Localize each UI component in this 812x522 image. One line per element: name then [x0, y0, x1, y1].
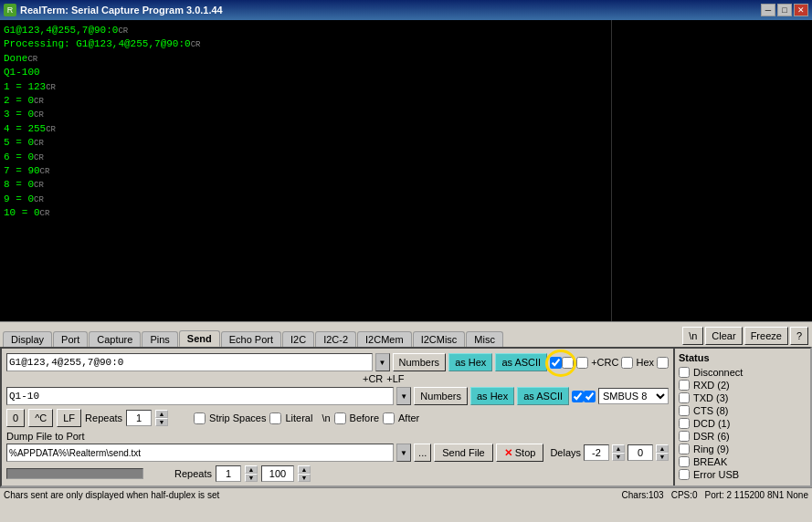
repeats2-up[interactable]: ▲: [245, 465, 258, 474]
tab-pins[interactable]: Pins: [142, 331, 177, 347]
cts-label: CTS (8): [693, 405, 729, 416]
smbus-select[interactable]: SMBUS 8 SMBUS 16: [598, 388, 669, 404]
delays2-down[interactable]: ▼: [656, 453, 669, 461]
dump-dropdown[interactable]: ▼: [396, 444, 411, 462]
terminal-line: 4 = 255CR: [4, 122, 607, 136]
lf-button[interactable]: LF: [57, 409, 81, 427]
tab-misc[interactable]: Misc: [466, 331, 503, 347]
tab-port[interactable]: Port: [53, 331, 88, 347]
status-text: Chars sent are only displayed when half-…: [4, 490, 622, 500]
dsr-check[interactable]: [679, 431, 690, 442]
repeats3-input[interactable]: [261, 465, 294, 482]
stop-label: Stop: [515, 447, 536, 458]
delays2-up[interactable]: ▲: [656, 444, 669, 453]
browse-button[interactable]: ...: [414, 444, 431, 462]
status-disconnect: Disconnect: [679, 367, 807, 378]
send-dropdown-2[interactable]: ▼: [396, 387, 411, 405]
delays-input-1[interactable]: [584, 444, 609, 461]
help-button[interactable]: ?: [790, 327, 808, 345]
minimize-button[interactable]: ─: [761, 4, 775, 16]
newline-button[interactable]: \n: [682, 327, 703, 345]
stop-x-icon: ✕: [504, 447, 512, 459]
terminal-line: 5 = 0CR: [4, 136, 607, 150]
numbers-btn-2[interactable]: Numbers: [414, 387, 468, 405]
after-check[interactable]: [383, 412, 395, 424]
tab-i2cmem[interactable]: I2CMem: [357, 331, 412, 347]
tab-i2c[interactable]: I2C: [282, 331, 314, 347]
tab-send[interactable]: Send: [179, 330, 220, 347]
tab-display[interactable]: Display: [3, 331, 52, 347]
dump-file-input[interactable]: [6, 444, 394, 462]
delays-input-2[interactable]: [627, 444, 653, 461]
status-title: Status: [679, 352, 807, 363]
close-button[interactable]: ✕: [794, 4, 808, 16]
checkbox-smbus[interactable]: [584, 391, 596, 402]
as-ascii-btn-2[interactable]: as ASCII: [517, 387, 569, 405]
delays1-up[interactable]: ▲: [612, 444, 625, 453]
repeats3-up[interactable]: ▲: [298, 465, 311, 474]
port-status: Port: 2 115200 8N1 None: [705, 490, 808, 500]
repeats-down[interactable]: ▼: [155, 418, 168, 426]
repeats2-input[interactable]: [216, 465, 241, 482]
tab-echoport[interactable]: Echo Port: [221, 331, 281, 347]
clear-button[interactable]: Clear: [705, 327, 742, 345]
row3: 0 ^C LF Repeats ▲ ▼ Strip Spaces Literal…: [6, 409, 669, 427]
terminal-output: G1@123,4@255,7@90:0CR Processing: G1@123…: [0, 20, 611, 321]
cts-check[interactable]: [679, 405, 690, 416]
checkbox-plus-1[interactable]: [550, 357, 562, 369]
checkbox-crc[interactable]: [576, 357, 588, 369]
break-check[interactable]: [679, 456, 690, 467]
send-row-2: ▼ Numbers as Hex as ASCII SMBUS 8 SMBUS …: [6, 387, 669, 405]
checkbox-hex[interactable]: [621, 357, 633, 369]
dcd-check[interactable]: [679, 418, 690, 429]
dump-row: ▼ ... Send File ✕ Stop Delays ▲ ▼ ▲ ▼: [6, 444, 669, 462]
status-dcd: DCD (1): [679, 418, 807, 429]
slash-n-label: \n: [322, 412, 330, 423]
before-check[interactable]: [334, 412, 346, 424]
repeats-up[interactable]: ▲: [155, 410, 168, 418]
status-txd: TXD (3): [679, 392, 807, 403]
send-file-button[interactable]: Send File: [434, 444, 492, 462]
dump-file-label: Dump File to Port: [6, 431, 669, 442]
maximize-button[interactable]: □: [777, 4, 792, 16]
terminal-line: G1@123,4@255,7@90:0CR: [4, 24, 607, 37]
tab-capture[interactable]: Capture: [89, 331, 141, 347]
rxd-check[interactable]: [679, 380, 690, 391]
freeze-button[interactable]: Freeze: [744, 327, 788, 345]
stop-button[interactable]: ✕ Stop: [496, 444, 544, 462]
checkbox-hex2[interactable]: [657, 357, 669, 369]
numbers-btn-1[interactable]: Numbers: [393, 353, 447, 371]
terminal-line: Processing: G1@123,4@255,7@90:0CR: [4, 37, 607, 51]
title-bar: R RealTerm: Serial Capture Program 3.0.1…: [0, 0, 812, 20]
as-ascii-btn-1[interactable]: as ASCII: [495, 353, 547, 371]
ctrlc-button[interactable]: ^C: [28, 409, 53, 427]
repeats2-down[interactable]: ▼: [245, 474, 258, 482]
strip-spaces-check[interactable]: [194, 412, 206, 424]
plus-cr-label: +CR: [363, 373, 383, 384]
checkbox-box2-1[interactable]: [562, 357, 574, 369]
literal-check[interactable]: [269, 412, 281, 424]
terminal-line: 9 = 0CR: [4, 193, 607, 206]
txd-check[interactable]: [679, 392, 690, 403]
delays1-down[interactable]: ▼: [612, 453, 625, 461]
terminal-line: 3 = 0CR: [4, 108, 607, 121]
repeats-row-2: Repeats ▲ ▼ ▲ ▼: [6, 465, 669, 482]
tab-i2cmisc[interactable]: I2CMisc: [413, 331, 466, 347]
ring-check[interactable]: [679, 444, 690, 454]
status-ring: Ring (9): [679, 444, 807, 454]
disconnect-check[interactable]: [679, 367, 690, 378]
terminal-line: 6 = 0CR: [4, 151, 607, 164]
errorusb-check[interactable]: [679, 469, 690, 480]
repeats3-down[interactable]: ▼: [298, 474, 311, 482]
send-input-1[interactable]: [6, 353, 373, 371]
errorusb-label: Error USB: [693, 469, 739, 480]
as-hex-btn-1[interactable]: as Hex: [448, 353, 492, 371]
send-input-2[interactable]: [6, 387, 394, 405]
tab-i2c2[interactable]: I2C-2: [315, 331, 356, 347]
repeats-input[interactable]: [126, 410, 152, 426]
send-dropdown-1[interactable]: ▼: [375, 353, 390, 371]
zero-button[interactable]: 0: [6, 409, 25, 427]
progress-bar: [6, 468, 143, 479]
as-hex-btn-2[interactable]: as Hex: [470, 387, 514, 405]
checkbox-plus-2[interactable]: [572, 391, 584, 402]
